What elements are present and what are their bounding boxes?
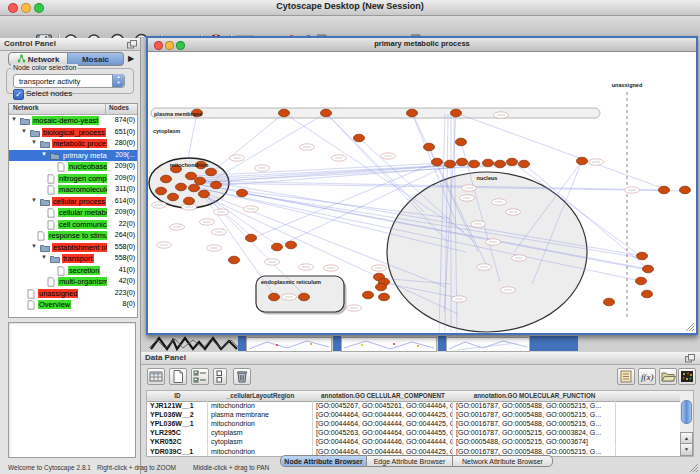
graph-node[interactable] <box>507 158 518 166</box>
graph-node[interactable] <box>199 190 210 198</box>
graph-node[interactable] <box>246 234 257 242</box>
tree-column-nodes[interactable]: Nodes <box>109 104 129 111</box>
graph-node[interactable] <box>483 159 494 167</box>
graph-node[interactable] <box>189 184 200 192</box>
expand-triangle-icon[interactable]: ▼ <box>41 151 47 157</box>
expand-triangle-icon[interactable]: ▼ <box>31 243 37 249</box>
graph-node[interactable] <box>445 160 456 168</box>
graph-node[interactable] <box>279 109 290 117</box>
network-tree-header[interactable]: Network Nodes <box>9 104 137 115</box>
tree-row[interactable]: ▼mosaic-demo-yeast874(0) <box>9 115 137 127</box>
graph-node[interactable] <box>457 158 468 166</box>
tree-row[interactable]: nitrogen compou209(0) <box>9 173 137 185</box>
scrollbar-thumb[interactable] <box>681 400 692 424</box>
graph-node[interactable] <box>354 134 365 142</box>
graph-node[interactable] <box>424 143 435 151</box>
table-row[interactable]: YPL036W__1mitochondrion[GO:0044464, GO:0… <box>147 419 681 428</box>
attribute-editor-icon[interactable] <box>617 368 635 385</box>
delete-attribute-icon[interactable] <box>233 368 251 385</box>
tree-row[interactable]: response to stimulu264(0) <box>9 230 137 242</box>
tree-row[interactable]: cellular metabol209(0) <box>9 207 137 219</box>
graph-node[interactable] <box>495 160 506 168</box>
window-resize-grip[interactable] <box>688 462 699 473</box>
table-row[interactable]: YPL036W__2plasma membrane[GO:0044464, GO… <box>147 410 681 419</box>
window-titlebar[interactable]: Cytoscape Desktop (New Session) <box>0 0 700 16</box>
network-view-frame[interactable]: primary metabolic process plasma membran… <box>146 36 698 335</box>
graph-node[interactable] <box>184 197 195 205</box>
graph-node[interactable] <box>680 186 691 194</box>
more-tabs-icon[interactable]: ▶ <box>128 54 134 63</box>
tab-node-attribute-browser[interactable]: Node Attribute Browser <box>280 455 367 467</box>
graph-node[interactable] <box>469 160 480 168</box>
graph-node[interactable] <box>211 181 222 189</box>
background-window-fragment[interactable] <box>446 337 530 352</box>
matrix-icon[interactable] <box>678 368 696 385</box>
expand-triangle-icon[interactable]: ▼ <box>11 116 17 122</box>
tree-row[interactable]: Overview8(0) <box>9 299 137 311</box>
graph-node[interactable] <box>643 265 654 273</box>
graph-node[interactable] <box>379 293 390 301</box>
graph-node[interactable] <box>432 158 443 166</box>
graph-node[interactable] <box>206 168 217 176</box>
network-view-titlebar[interactable]: primary metabolic process <box>148 38 696 52</box>
select-nodes-checkbox[interactable]: ✓ <box>13 89 24 100</box>
graph-node[interactable] <box>407 109 418 117</box>
graph-node[interactable] <box>577 157 588 165</box>
background-window-fragment[interactable] <box>341 337 437 352</box>
tree-row[interactable]: ▼biological_process651(0) <box>9 127 137 139</box>
table-row[interactable]: YKR052Ccytoplasm[GO:0044464, GO:0044446,… <box>147 437 681 446</box>
background-window-fragment[interactable] <box>246 337 332 352</box>
graph-node[interactable] <box>299 293 310 301</box>
graph-node[interactable] <box>519 160 530 168</box>
tree-row[interactable]: ▼cellular process614(0) <box>9 196 137 208</box>
graph-node[interactable] <box>636 277 647 285</box>
graph-node[interactable] <box>156 187 167 195</box>
graph-node[interactable] <box>176 183 187 191</box>
expand-triangle-icon[interactable]: ▼ <box>31 197 37 203</box>
graph-node[interactable] <box>161 175 172 183</box>
graph-node[interactable] <box>272 243 283 251</box>
node-color-combobox[interactable]: transporter activity ▲▼ <box>13 74 125 88</box>
table-scrollbar[interactable]: ▲ ▼ <box>680 390 694 457</box>
graph-node[interactable] <box>168 193 179 201</box>
graph-node[interactable] <box>642 290 653 298</box>
tree-row[interactable]: ▼metabolic process280(0) <box>9 138 137 150</box>
expand-triangle-icon[interactable]: ▼ <box>21 128 27 134</box>
plasma-membrane-region[interactable] <box>151 108 600 118</box>
float-panel-icon[interactable] <box>127 40 137 49</box>
unselect-attributes-icon[interactable] <box>213 368 227 385</box>
graph-node[interactable] <box>637 252 648 260</box>
graph-node[interactable] <box>237 189 248 197</box>
graph-node[interactable] <box>363 291 374 299</box>
frame-resize-grip[interactable] <box>684 321 695 332</box>
select-attributes-icon[interactable] <box>191 368 209 385</box>
expand-triangle-icon[interactable]: ▼ <box>41 254 47 260</box>
graph-node[interactable] <box>269 293 280 301</box>
function-builder-icon[interactable]: f(x) <box>638 368 656 385</box>
tree-row[interactable]: macromolecule311(0) <box>9 184 137 196</box>
tree-column-network[interactable]: Network <box>13 104 39 111</box>
combobox-stepper-icon[interactable]: ▲▼ <box>112 74 124 87</box>
tree-row[interactable]: ▼primary metabolic209(... <box>9 150 137 162</box>
table-row[interactable]: YJR121W__1mitochondrion[GO:0045267, GO:0… <box>147 401 681 410</box>
graph-node[interactable] <box>195 177 206 185</box>
graph-node[interactable] <box>321 109 332 117</box>
graph-node[interactable] <box>456 138 467 146</box>
tab-edge-attribute-browser[interactable]: Edge Attribute Browser <box>367 455 453 467</box>
tree-row[interactable]: ▼transport558(0) <box>9 253 137 265</box>
graph-node[interactable] <box>229 256 240 264</box>
network-canvas[interactable]: plasma membranecytoplasmmitochondrionnuc… <box>148 52 696 333</box>
scroll-down-icon[interactable]: ▼ <box>680 443 693 456</box>
tree-row[interactable]: nucleobase-cont209(0) <box>9 161 137 173</box>
graph-node[interactable] <box>286 241 297 249</box>
graph-node[interactable] <box>604 298 615 306</box>
tab-network-attribute-browser[interactable]: Network Attribute Browser <box>453 455 553 467</box>
tree-row[interactable]: secretion41(0) <box>9 265 137 277</box>
graph-node[interactable] <box>451 109 462 117</box>
tree-row[interactable]: multi-organism pro42(0) <box>9 276 137 288</box>
float-panel-icon[interactable] <box>685 354 695 363</box>
import-folder-icon[interactable] <box>659 368 677 385</box>
table-row[interactable]: YLR295Ccytoplasm[GO:0045263, GO:0044464,… <box>147 428 681 437</box>
tree-row[interactable]: unassigned223(0) <box>9 288 137 300</box>
expand-triangle-icon[interactable]: ▼ <box>31 139 37 145</box>
